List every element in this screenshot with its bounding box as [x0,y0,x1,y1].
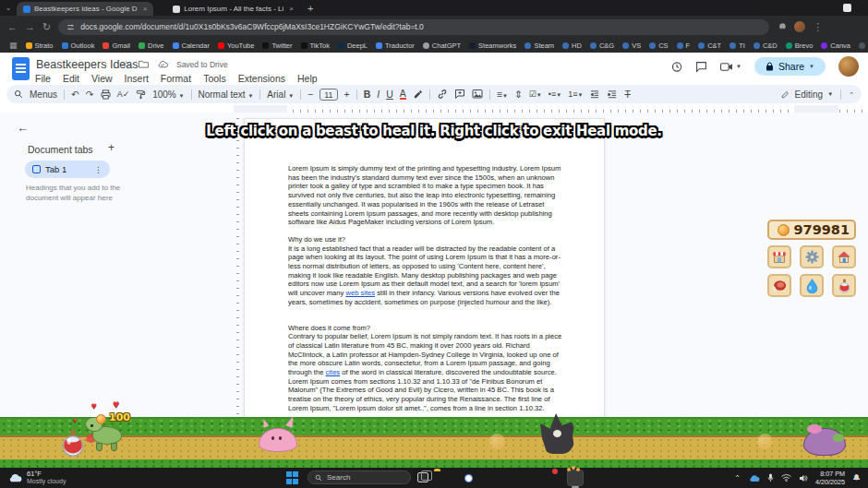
bookmark-item[interactable]: C&G [590,42,614,50]
menu-insert[interactable]: Insert [125,73,149,84]
task-view-button[interactable] [417,472,428,482]
menu-tools[interactable]: Tools [203,73,226,84]
site-settings-icon[interactable] [66,23,75,31]
bookmark-item[interactable]: C&T [698,42,721,50]
menu-file[interactable]: File [35,73,51,84]
menus-search-button[interactable]: Menus [30,89,57,100]
browser-tab[interactable]: Lorem Ipsum - All the facts - Li × [166,2,300,16]
bookmark-item[interactable]: Calendar [173,42,210,50]
bookmark-item[interactable]: Twitter [262,42,292,50]
line-spacing-icon[interactable]: ⇕ [514,89,523,100]
menu-edit[interactable]: Edit [63,73,79,84]
paragraph-style-select[interactable]: Normal text ▼ [199,89,254,100]
bookmark-item[interactable]: Gmail [102,42,130,50]
collapse-toolbar-icon[interactable]: ⌃ [849,91,854,98]
bookmark-item[interactable]: YouTube [218,42,254,50]
horizontal-ruler[interactable] [234,105,868,113]
meet-call-button[interactable]: ▼ [720,62,741,72]
italic-button[interactable]: I [377,89,380,100]
beast-pink-blob[interactable] [259,424,299,454]
app-button-notification[interactable] [541,470,556,485]
reload-icon[interactable]: ↻ [42,22,51,32]
water-button[interactable] [800,274,824,297]
font-select[interactable]: Arial ▼ [267,89,294,100]
file-explorer-button[interactable] [434,470,449,485]
food-button[interactable] [767,274,791,297]
undo-icon[interactable]: ↶ [71,89,79,100]
wifi-icon[interactable] [781,474,791,482]
volume-icon[interactable] [799,474,808,482]
add-tab-button[interactable]: + [108,141,115,154]
bookmark-item[interactable]: F [677,42,691,50]
back-icon[interactable]: ← [7,22,18,32]
steam-button[interactable] [488,470,502,485]
window-restore-icon[interactable] [843,4,851,12]
add-comment-icon[interactable] [454,89,465,100]
font-size-field[interactable]: 11 [319,89,337,101]
bold-button[interactable]: B [364,89,371,100]
cites-link[interactable]: cites [326,368,341,376]
bulleted-list-icon[interactable]: •≡▼ [549,90,561,99]
bookmark-item[interactable]: Outlook [62,42,95,50]
redo-icon[interactable]: ↷ [86,89,94,100]
house-button[interactable] [832,245,856,268]
share-button[interactable]: Share ▼ [754,57,826,76]
bookmark-item[interactable]: Steam [524,42,554,50]
bookmark-item[interactable]: Brevo [786,42,814,50]
settings-button[interactable] [800,245,824,268]
insert-link-icon[interactable] [437,89,448,100]
checklist-icon[interactable]: ☑▼ [529,90,542,99]
editing-mode-select[interactable]: Editing ▼ [781,89,834,100]
bookmark-item[interactable]: C&D [753,42,778,50]
bookmark-item[interactable]: HD [562,42,582,50]
weather-widget[interactable]: 61°F Mostly cloudy [7,470,66,485]
comments-icon[interactable] [695,61,707,73]
insert-image-icon[interactable] [472,89,483,100]
address-bar[interactable]: docs.google.com/document/d/1u0X1s0bKs3v6… [58,19,769,35]
align-icon[interactable]: ≡▼ [497,89,508,100]
highlight-color-icon[interactable] [413,89,423,100]
paint-format-icon[interactable] [136,89,146,100]
browser-profile-avatar[interactable] [794,21,805,32]
onedrive-icon[interactable] [748,474,760,482]
move-folder-icon[interactable] [139,60,149,68]
tab-options-icon[interactable]: ⋮ [94,165,102,174]
menu-view[interactable]: View [91,73,113,84]
potion-item[interactable] [61,430,85,458]
bookmark-item[interactable]: Steamworks [469,42,516,50]
vertical-ruler[interactable] [234,118,239,423]
bookmark-item[interactable]: TikTok [301,42,330,50]
chrome-button[interactable] [461,470,476,485]
new-tab-button[interactable]: + [307,3,313,14]
beast-dark[interactable] [540,413,577,456]
spellcheck-icon[interactable]: A✓ [117,90,130,99]
bookmark-item[interactable]: GitHub [859,42,868,50]
apps-grid-icon[interactable]: ▦ [9,41,18,50]
bookmark-item[interactable]: Traductor [376,42,415,50]
bookmark-item[interactable]: DeepL [338,42,368,50]
font-size-decrease-button[interactable]: − [307,89,313,100]
print-icon[interactable] [101,89,111,100]
version-history-icon[interactable] [670,61,682,73]
tab-close-icon[interactable]: × [287,5,294,13]
sidebar-tab-1[interactable]: Tab 1 ⋮ [25,161,110,178]
bookmark-item[interactable]: ChatGPT [423,42,461,50]
shop-button[interactable] [767,245,791,268]
underline-button[interactable]: U [386,89,393,100]
menu-help[interactable]: Help [297,73,318,84]
taskbar-clock[interactable]: 8:07 PM 4/20/2025 [815,470,845,486]
beastkeepers-app-button[interactable] [568,470,583,485]
web-sites-link[interactable]: web sites [345,289,375,297]
notifications-bell-icon[interactable]: 🔔︎ [852,473,861,482]
text-color-button[interactable]: A [400,89,406,101]
beast-purple[interactable] [803,421,851,459]
tab-search-icon[interactable]: ⌄ [0,4,17,12]
browser-menu-icon[interactable]: ⋮ [813,22,823,32]
taskbar-search[interactable]: Search [307,470,411,484]
bookmark-item[interactable]: CS [649,42,668,50]
increase-indent-icon[interactable] [607,89,618,100]
google-docs-icon[interactable] [12,57,30,80]
bookmark-item[interactable]: Canva [821,42,850,50]
bookmark-item[interactable]: Drive [139,42,164,50]
numbered-list-icon[interactable]: 1≡▼ [568,90,583,99]
